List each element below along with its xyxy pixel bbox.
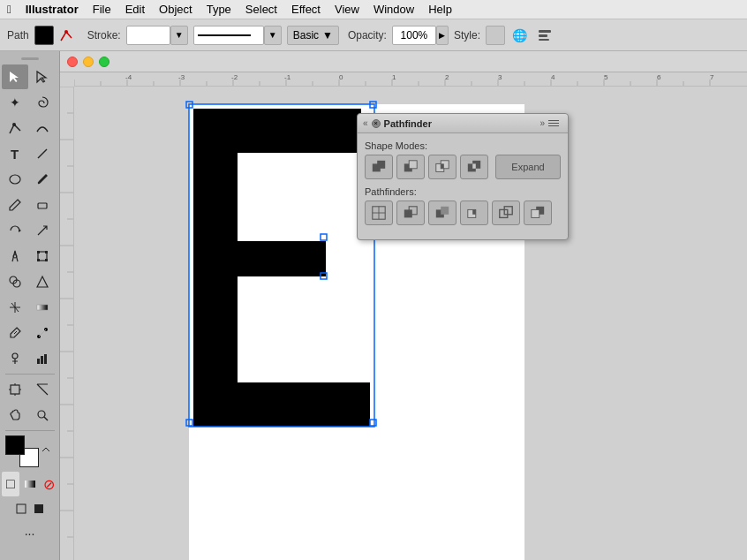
exclude-btn[interactable] xyxy=(460,155,488,179)
menu-file[interactable]: File xyxy=(93,3,111,16)
puppet-warp-tool-btn[interactable] xyxy=(2,244,28,269)
stroke-style-dropdown[interactable]: ▼ xyxy=(264,26,282,45)
screen-mode-btn[interactable] xyxy=(13,501,29,517)
paintbrush-tool-btn[interactable] xyxy=(29,167,56,192)
gradient-tool-btn[interactable] xyxy=(29,295,56,320)
artboard-tool-btn[interactable] xyxy=(2,377,28,402)
variable-width-profile[interactable]: Basic ▼ xyxy=(287,26,339,45)
stroke-style-box xyxy=(193,26,264,45)
style-label: Style: xyxy=(454,29,480,42)
shape-builder-tool-btn[interactable] xyxy=(2,269,28,294)
perspective-grid-tool-btn[interactable] xyxy=(29,269,56,294)
menu-window[interactable]: Window xyxy=(374,3,414,16)
pathfinder-close-btn[interactable]: × xyxy=(372,119,381,128)
left-toolbar: ✦ T xyxy=(0,51,60,560)
trim-btn[interactable] xyxy=(396,201,425,225)
svg-point-25 xyxy=(12,353,18,359)
none-fill-btn[interactable]: ⊘ xyxy=(40,472,58,496)
selection-tool-btn[interactable] xyxy=(2,64,28,89)
svg-rect-125 xyxy=(532,209,540,217)
svg-point-6 xyxy=(10,175,20,184)
direct-selection-tool-btn[interactable] xyxy=(29,64,56,89)
svg-rect-119 xyxy=(441,207,449,215)
menu-view[interactable]: View xyxy=(335,3,359,16)
fill-color-swatch[interactable] xyxy=(34,26,54,45)
svg-text:2: 2 xyxy=(445,73,449,81)
magic-wand-tool-btn[interactable]: ✦ xyxy=(2,90,28,115)
menu-effect[interactable]: Effect xyxy=(291,3,321,16)
outline-btn[interactable] xyxy=(492,201,520,225)
minus-front-btn[interactable] xyxy=(396,155,425,179)
css-export-icon[interactable]: 🌐 xyxy=(510,26,530,45)
document-window: -4 -3 -2 -1 0 1 2 3 xyxy=(60,51,747,560)
zoom-tool-btn[interactable] xyxy=(29,403,56,428)
svg-rect-109 xyxy=(441,163,444,168)
fill-swatch[interactable] xyxy=(5,435,25,455)
expand-btn[interactable]: Expand xyxy=(495,155,561,179)
more-tools-btn[interactable]: ··· xyxy=(12,521,48,546)
pen-tool-btn[interactable] xyxy=(2,116,28,140)
eyedropper-tool-btn[interactable] xyxy=(2,321,28,345)
unite-btn[interactable] xyxy=(365,155,393,179)
svg-rect-12 xyxy=(45,251,48,254)
pencil-tool-btn[interactable] xyxy=(2,193,28,217)
pathfinder-panel: « × Pathfinder » Shape Modes: xyxy=(357,113,569,240)
close-window-btn[interactable] xyxy=(67,57,78,67)
svg-point-0 xyxy=(64,30,68,34)
column-graph-tool-btn[interactable] xyxy=(29,346,56,371)
stroke-weight-input[interactable] xyxy=(126,26,170,45)
mesh-tool-btn[interactable] xyxy=(2,295,28,320)
menu-object[interactable]: Object xyxy=(159,3,192,16)
stroke-dropdown[interactable]: ▼ xyxy=(170,26,188,45)
opacity-arrow[interactable]: ▶ xyxy=(436,26,449,45)
minus-back-btn[interactable] xyxy=(524,201,552,225)
color-fill-btn[interactable]: □ xyxy=(2,472,20,496)
svg-rect-26 xyxy=(37,359,40,364)
free-transform-tool-btn[interactable] xyxy=(29,244,56,269)
maximize-window-btn[interactable] xyxy=(99,57,109,67)
basic-arrow: ▼ xyxy=(322,29,333,42)
svg-line-22 xyxy=(14,331,17,334)
svg-point-4 xyxy=(12,123,16,126)
minimize-window-btn[interactable] xyxy=(83,57,94,67)
svg-text:5: 5 xyxy=(604,73,608,81)
merge-btn[interactable] xyxy=(428,201,456,225)
crop-btn[interactable] xyxy=(460,201,488,225)
menu-edit[interactable]: Edit xyxy=(125,3,145,16)
style-swatch[interactable] xyxy=(486,26,505,45)
svg-rect-112 xyxy=(472,163,476,168)
pathfinder-body: Shape Modes: xyxy=(358,133,568,239)
pathfinder-menu-btn[interactable] xyxy=(548,118,562,129)
opacity-input[interactable]: 100% xyxy=(392,26,436,45)
lasso-tool-btn[interactable] xyxy=(29,90,56,115)
pathfinder-double-arrow-right: » xyxy=(540,118,545,128)
eraser-tool-btn[interactable] xyxy=(29,193,56,217)
svg-rect-37 xyxy=(17,504,26,513)
apple-menu[interactable]:  xyxy=(7,3,11,16)
blend-tool-btn[interactable] xyxy=(29,321,56,345)
intersect-btn[interactable] xyxy=(428,155,456,179)
line-tool-btn[interactable] xyxy=(29,141,56,166)
hand-tool-btn[interactable] xyxy=(2,403,28,428)
menu-type[interactable]: Type xyxy=(207,3,231,16)
scale-tool-btn[interactable] xyxy=(29,218,56,243)
divide-btn[interactable] xyxy=(365,201,393,225)
gradient-fill-btn[interactable] xyxy=(20,472,39,496)
symbol-sprayer-tool-btn[interactable] xyxy=(2,346,28,371)
align-panel-icon[interactable] xyxy=(535,26,555,45)
pathfinder-header: « × Pathfinder » xyxy=(358,114,568,133)
doc-titlebar xyxy=(60,51,747,72)
curvature-tool-btn[interactable] xyxy=(29,116,56,140)
swap-icon[interactable] xyxy=(41,444,51,455)
menu-select[interactable]: Select xyxy=(245,3,277,16)
svg-rect-121 xyxy=(472,209,476,214)
menu-help[interactable]: Help xyxy=(428,3,452,16)
stroke-line-preview xyxy=(198,34,251,36)
menu-illustrator[interactable]: Illustrator xyxy=(26,3,79,16)
object-type-label: Path xyxy=(7,29,29,42)
ellipse-tool-btn[interactable] xyxy=(2,167,28,192)
slice-tool-btn[interactable] xyxy=(29,377,56,402)
rotate-tool-btn[interactable] xyxy=(2,218,28,243)
full-screen-mode-btn[interactable] xyxy=(31,501,47,517)
type-tool-btn[interactable]: T xyxy=(2,141,28,166)
